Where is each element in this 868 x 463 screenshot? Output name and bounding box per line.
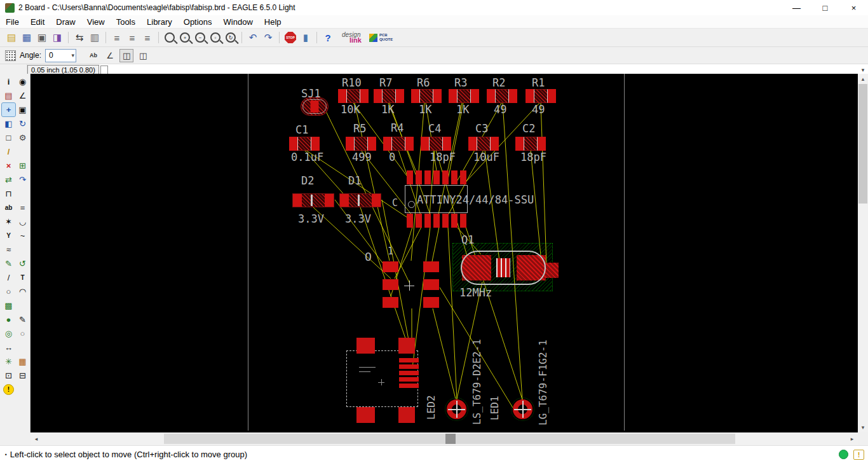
erc-errors-tool[interactable]: ⊟ bbox=[16, 369, 29, 382]
open-button[interactable]: ▤ bbox=[4, 30, 19, 45]
menu-file[interactable]: File bbox=[0, 16, 25, 28]
zoom-in-button[interactable]: + bbox=[177, 30, 193, 45]
arc-tool[interactable]: ◠ bbox=[16, 285, 29, 298]
angle-select[interactable]: 0 ▾ bbox=[45, 49, 76, 62]
component-C2[interactable] bbox=[515, 137, 546, 151]
cmd-history-button[interactable]: ≡ bbox=[140, 30, 155, 45]
component-R5[interactable] bbox=[346, 137, 376, 151]
delete-tool[interactable]: × bbox=[2, 159, 15, 172]
component-R3[interactable] bbox=[449, 89, 479, 103]
warning-indicator[interactable]: ! bbox=[3, 384, 14, 395]
script-button[interactable]: ≡ bbox=[109, 30, 125, 45]
zoom-out-button[interactable]: − bbox=[193, 30, 208, 45]
scroll-up-arrow-icon[interactable]: ▴ bbox=[858, 74, 868, 84]
scroll-right-arrow-icon[interactable]: ▸ bbox=[846, 432, 858, 445]
miter-tool[interactable]: ◡ bbox=[16, 215, 29, 228]
component-C3[interactable] bbox=[468, 137, 499, 151]
hole-tool[interactable]: ○ bbox=[16, 327, 29, 340]
replace-tool[interactable]: ↷ bbox=[16, 173, 29, 186]
via-tool[interactable]: ◎ bbox=[2, 327, 15, 340]
rect-tool[interactable]: ▩ bbox=[2, 299, 15, 312]
zoom-select-button[interactable]: ▫ bbox=[208, 30, 223, 45]
name-tool[interactable]: ab bbox=[2, 201, 15, 214]
ratsnest-tool[interactable]: ✳ bbox=[2, 355, 15, 368]
menu-library[interactable]: Library bbox=[141, 16, 178, 28]
add-tool[interactable]: ⊞ bbox=[16, 159, 29, 172]
scroll-left-arrow-icon[interactable]: ◂ bbox=[31, 432, 42, 445]
component-LED2[interactable] bbox=[447, 399, 466, 419]
info-tool[interactable]: i bbox=[2, 75, 15, 88]
copy-tool[interactable]: ▣ bbox=[16, 103, 29, 116]
vertical-scrollbar[interactable]: ▴ ▾ bbox=[858, 74, 868, 432]
zoom-redraw-button[interactable]: ↻ bbox=[223, 30, 238, 45]
component-R7[interactable] bbox=[374, 89, 404, 103]
component-ISP-5[interactable] bbox=[383, 297, 398, 308]
component-R10[interactable] bbox=[338, 89, 369, 103]
component-ISP-4[interactable] bbox=[423, 279, 439, 290]
design-link-button[interactable]: design link bbox=[342, 32, 362, 44]
component-C4[interactable] bbox=[421, 137, 451, 151]
board-canvas[interactable]: SJ1R1010KR71KR61KR31KR249R149C10.1uFR549… bbox=[31, 74, 858, 432]
move-tool[interactable]: + bbox=[2, 103, 15, 116]
print-button[interactable]: ▣ bbox=[34, 30, 50, 45]
optimize-tool[interactable]: ~ bbox=[16, 229, 29, 242]
display-split-button-2[interactable]: ◫ bbox=[136, 49, 150, 62]
drc-tool[interactable]: ⊡ bbox=[2, 369, 15, 382]
horizontal-scroll-thumb[interactable] bbox=[445, 434, 456, 444]
dimension-tool[interactable]: ↔ bbox=[2, 341, 15, 354]
text-tool[interactable]: T bbox=[16, 271, 29, 284]
help-button[interactable]: ? bbox=[320, 30, 336, 45]
angle-ref-button[interactable]: ∠ bbox=[103, 49, 117, 62]
menu-help[interactable]: Help bbox=[259, 16, 287, 28]
stop-button[interactable]: STOP bbox=[283, 30, 298, 45]
mark-tool[interactable]: ∠ bbox=[16, 89, 29, 102]
vertical-scroll-track[interactable] bbox=[858, 84, 868, 422]
switch-editor-button[interactable]: ⇆ bbox=[72, 30, 87, 45]
value-tool[interactable]: = bbox=[16, 201, 29, 214]
pcb-quote-button[interactable]: PCB QUOTE bbox=[369, 33, 393, 42]
display-split-button-1[interactable]: ◫ bbox=[119, 49, 133, 62]
component-ISP-1[interactable] bbox=[383, 261, 398, 272]
scroll-down-arrow-icon[interactable]: ▾ bbox=[858, 422, 868, 432]
horizontal-scroll-track[interactable] bbox=[42, 432, 846, 445]
circle-tool[interactable]: ○ bbox=[2, 285, 15, 298]
component-Q1[interactable] bbox=[452, 243, 553, 291]
route-tool[interactable]: ✎ bbox=[2, 257, 15, 270]
autoroute-tool[interactable]: ▦ bbox=[16, 355, 29, 368]
menu-edit[interactable]: Edit bbox=[25, 16, 50, 28]
run-script-button[interactable]: ▮ bbox=[298, 30, 313, 45]
library-button[interactable]: ▥ bbox=[87, 30, 102, 45]
split-tool[interactable]: Y bbox=[2, 229, 15, 242]
lock-tool[interactable]: ⊓ bbox=[2, 187, 15, 200]
rotate-tool[interactable]: ↻ bbox=[16, 117, 29, 130]
cut-tool[interactable]: / bbox=[2, 145, 15, 158]
mirror-tool[interactable]: ◧ bbox=[2, 117, 15, 130]
zoom-fit-button[interactable] bbox=[162, 30, 177, 45]
run-ulp-button[interactable]: ≡ bbox=[125, 30, 140, 45]
menu-tools[interactable]: Tools bbox=[111, 16, 141, 28]
meander-tool[interactable]: ≈ bbox=[2, 243, 15, 256]
signal-tool[interactable]: ✎ bbox=[16, 313, 29, 326]
display-layers-tool[interactable]: ▤ bbox=[2, 89, 15, 102]
component-C1[interactable] bbox=[289, 137, 320, 151]
component-ISP-2[interactable] bbox=[423, 261, 439, 272]
component-R1[interactable] bbox=[526, 89, 556, 103]
component-R6[interactable] bbox=[411, 89, 442, 103]
component-ISP-3[interactable] bbox=[383, 279, 398, 290]
menu-draw[interactable]: Draw bbox=[50, 16, 81, 28]
menu-view[interactable]: View bbox=[81, 16, 111, 28]
horizontal-scrollbar[interactable]: ◂ ▸ bbox=[31, 432, 858, 445]
component-LED1[interactable] bbox=[513, 399, 532, 419]
polygon-tool[interactable]: ● bbox=[2, 313, 15, 326]
pinswap-tool[interactable]: ⇄ bbox=[2, 173, 15, 186]
change-tool[interactable]: ⚙ bbox=[16, 131, 29, 144]
cam-processor-button[interactable]: ◨ bbox=[50, 30, 65, 45]
close-button[interactable]: × bbox=[839, 0, 868, 15]
ripup-tool[interactable]: ↺ bbox=[16, 257, 29, 270]
component-R2[interactable] bbox=[487, 89, 517, 103]
group-tool[interactable]: □ bbox=[2, 131, 15, 144]
component-ISP-6[interactable] bbox=[423, 297, 439, 308]
wire-tool[interactable]: / bbox=[2, 271, 15, 284]
font-style-button[interactable]: Ab bbox=[86, 49, 100, 62]
component-D2[interactable] bbox=[292, 193, 334, 207]
